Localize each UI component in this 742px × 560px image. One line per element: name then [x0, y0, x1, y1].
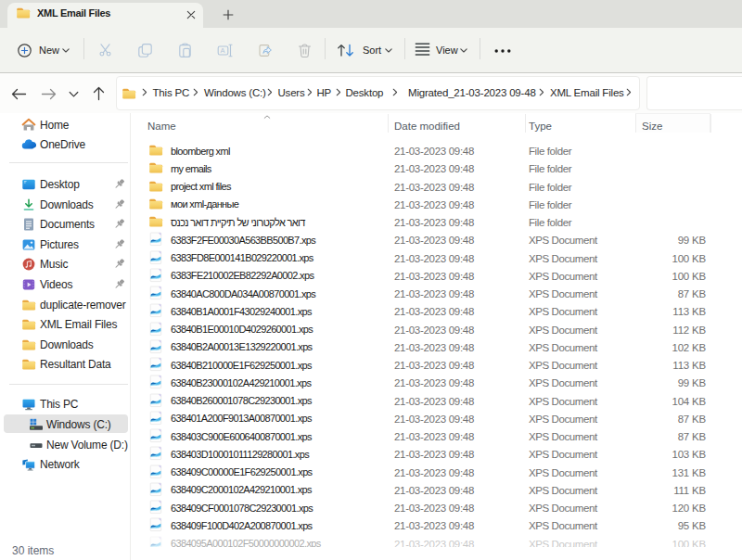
svg-text:A: A [220, 46, 224, 55]
